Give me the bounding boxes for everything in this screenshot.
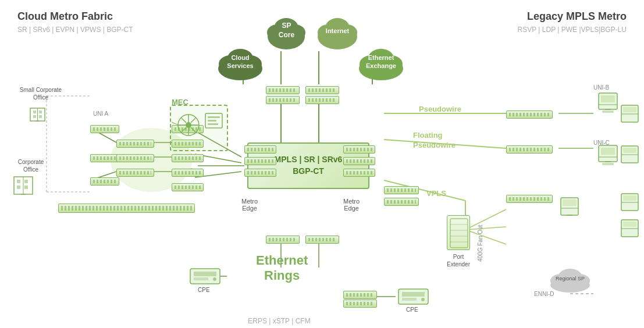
internet-cloud: Internet: [314, 5, 361, 51]
mesh-dev3: [116, 169, 154, 177]
regional-sp-cloud: Regional SP: [547, 259, 593, 294]
eth-ring-dev2: [305, 236, 339, 244]
corporate-office-label: CorporateOffice: [10, 158, 51, 173]
svg-point-61: [186, 122, 191, 128]
cpe-left-device: [189, 268, 221, 287]
metro-edge-left-label: MetroEdge: [241, 198, 258, 212]
svg-line-17: [465, 230, 506, 244]
cpe-right-label: CPE: [406, 306, 418, 313]
svg-line-68: [191, 117, 196, 123]
agg-left-dev4: [172, 169, 204, 177]
metro-left-dev1: [244, 145, 276, 154]
far-right-dev-2: [620, 144, 640, 167]
eth-ring-dev3: [343, 291, 377, 299]
svg-point-91: [213, 277, 216, 281]
uni-b-terminal: [596, 92, 620, 116]
corporate-building: [12, 173, 35, 199]
svg-rect-98: [601, 95, 615, 102]
fan-out-label: 400G Fan Out: [477, 215, 483, 262]
bottom-strip-left: [58, 204, 195, 213]
access-dev1: [90, 125, 119, 133]
vpls-strip-1: [384, 186, 419, 194]
uni-c-terminal: [596, 144, 620, 169]
sp-core-cloud: SPCore: [265, 5, 308, 51]
access-dev3: [90, 177, 119, 186]
agg-left-dev5: [172, 183, 204, 191]
svg-line-67: [191, 127, 196, 133]
svg-rect-78: [39, 115, 42, 118]
svg-rect-83: [24, 180, 28, 183]
svg-rect-105: [602, 163, 614, 165]
mesh-dev2: [116, 154, 154, 162]
svg-rect-108: [563, 199, 577, 206]
agg-device-1: [266, 86, 300, 94]
left-section-title: Cloud Metro Fabric: [17, 10, 113, 23]
svg-line-69: [181, 127, 186, 133]
cloud-services-cloud: CloudServices: [214, 35, 266, 81]
ethernet-exchange-cloud: EthernetExchange: [355, 35, 407, 81]
svg-rect-103: [601, 148, 615, 155]
svg-rect-121: [623, 107, 636, 112]
mesh-dev1: [116, 140, 154, 148]
svg-rect-85: [24, 186, 28, 189]
uni-b-label: UNI-B: [593, 84, 609, 91]
svg-rect-72: [208, 120, 216, 122]
network-diagram: Cloud Metro Fabric SR | SRv6 | EVPN | VP…: [0, 0, 644, 328]
uni-c-dev: [506, 145, 553, 154]
agg-device-3: [266, 96, 300, 104]
uni-b-dev: [506, 110, 553, 119]
svg-rect-93: [402, 292, 425, 297]
cpe-right-device: [397, 288, 429, 308]
agg-device-4: [305, 96, 339, 104]
far-right-dev-4: [620, 218, 640, 241]
far-right-dev-3: [620, 192, 640, 215]
svg-point-95: [421, 298, 425, 301]
metro-right-dev3: [343, 169, 375, 177]
port-extender-box: [447, 215, 470, 250]
svg-rect-76: [39, 110, 42, 113]
vpls-strip-2: [384, 198, 419, 206]
floating-pseudowire-label: FloatingPseudowire: [413, 131, 456, 151]
svg-rect-73: [208, 123, 218, 125]
vpls-terminal-1: [558, 197, 581, 221]
pseudowire-label: Pseudowire: [419, 105, 461, 113]
svg-rect-94: [402, 298, 417, 301]
agg-left-dev3: [172, 154, 204, 162]
metro-edge-right-label: MetroEdge: [343, 198, 360, 212]
svg-rect-110: [450, 219, 468, 248]
ethernet-rings-label: EthernetRings: [256, 253, 308, 284]
erps-label: ERPS | xSTP | CFM: [204, 317, 355, 325]
svg-rect-75: [33, 110, 36, 113]
cpe-left-label: CPE: [198, 287, 210, 293]
small-corporate-label: Small CorporateOffice: [17, 86, 64, 101]
svg-rect-124: [623, 148, 636, 153]
svg-rect-130: [623, 222, 636, 227]
metro-left-dev3: [244, 169, 276, 177]
right-section-subtitle: RSVP | LDP | PWE |VPLS|BGP-LU: [518, 26, 627, 34]
svg-rect-89: [194, 272, 216, 276]
vpls-dev: [506, 195, 553, 203]
port-extender-label: PortExtender: [441, 253, 476, 268]
svg-rect-71: [208, 116, 220, 118]
svg-rect-90: [194, 277, 208, 280]
svg-rect-82: [17, 180, 20, 183]
agg-device-2: [305, 86, 339, 94]
left-section-subtitle: SR | SRv6 | EVPN | VPWS | BGP-CT: [17, 26, 133, 34]
far-right-dev-1: [620, 104, 640, 126]
right-section-title: Legacy MPLS Metro: [527, 10, 627, 23]
svg-line-66: [181, 117, 186, 123]
eth-ring-dev1: [266, 236, 300, 244]
mec-box: [170, 105, 228, 151]
svg-rect-100: [602, 110, 614, 113]
uni-a-label: UNI A: [93, 110, 108, 117]
eth-ring-dev4: [343, 300, 377, 308]
svg-line-15: [465, 209, 506, 230]
svg-rect-84: [17, 186, 20, 189]
metro-left-dev2: [244, 157, 276, 165]
metro-right-dev2: [343, 157, 375, 165]
metro-right-dev1: [343, 145, 375, 154]
svg-rect-77: [33, 115, 36, 118]
svg-rect-127: [623, 195, 636, 201]
access-dev2: [90, 154, 119, 162]
vpls-label: VPLS: [426, 189, 446, 198]
